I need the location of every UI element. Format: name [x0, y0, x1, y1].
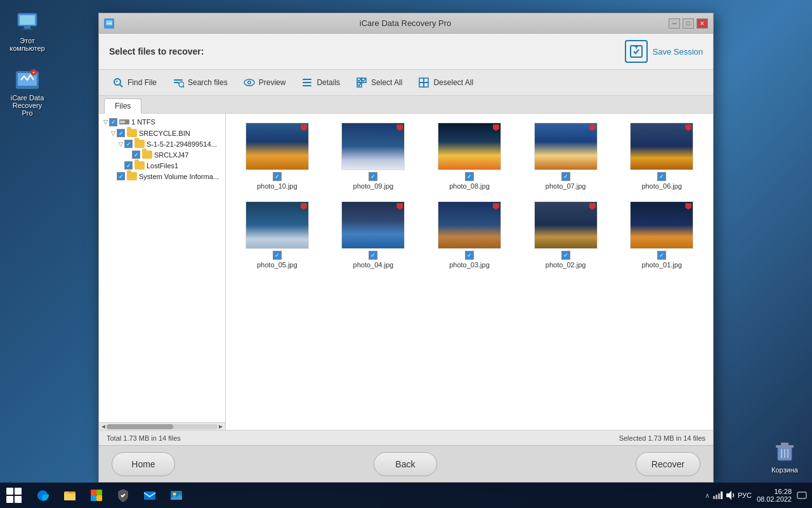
thumb-checkbox-photo09[interactable]: ✓	[369, 172, 377, 181]
thumb-checkbox-photo03[interactable]: ✓	[465, 251, 474, 260]
taskbar-edge-icon[interactable]	[30, 483, 56, 508]
svg-point-46	[173, 493, 176, 496]
tree-scroll-left[interactable]: ◄	[100, 423, 107, 430]
details-button[interactable]: Details	[294, 74, 346, 91]
tree-checkbox-lostfiles[interactable]: ✓	[124, 161, 133, 170]
taskbar-store-icon[interactable]	[84, 483, 109, 508]
thumb-photo08-img	[438, 123, 501, 170]
deselect-all-button[interactable]: Deselect All	[411, 74, 480, 91]
tree-toggle-srclxj47[interactable]	[124, 151, 132, 159]
thumb-label-photo07: photo_07.jpg	[546, 182, 586, 190]
svg-rect-10	[781, 443, 789, 445]
tree-scroll-right[interactable]: ►	[218, 423, 224, 430]
maximize-button[interactable]: □	[683, 18, 694, 29]
toolbar: Find File Search files	[99, 70, 713, 96]
tree-item-srclxj47[interactable]: ✓ SRCLXJ47	[102, 149, 223, 160]
tree-item-ntfs[interactable]: ▽ ✓ 1 NTFS	[102, 116, 223, 128]
recover-button[interactable]: Recover	[636, 452, 700, 476]
thumb-checkbox-photo10[interactable]: ✓	[273, 172, 282, 181]
svg-rect-39	[64, 493, 75, 500]
app-header: Select files to recover: Save Session	[99, 34, 713, 70]
thumb-item-photo02[interactable]: ✓ photo_02.jpg	[521, 199, 611, 271]
tree-checkbox-sysvolinfo[interactable]: ✓	[117, 172, 125, 180]
svg-rect-47	[713, 496, 715, 499]
start-button[interactable]	[0, 483, 28, 508]
svg-rect-50	[721, 491, 723, 499]
app-icon	[104, 18, 114, 29]
tray-notification-icon[interactable]	[797, 490, 807, 500]
tree-item-sysvolinfo[interactable]: ✓ System Volume Informa...	[102, 171, 223, 182]
tree-checkbox-srclxj47[interactable]: ✓	[132, 150, 140, 159]
save-session-button[interactable]: Save Session	[625, 40, 704, 63]
tree-checkbox-ntfs[interactable]: ✓	[109, 118, 117, 126]
find-file-button[interactable]: Find File	[105, 74, 163, 91]
svg-rect-42	[91, 495, 96, 501]
desktop-icon-computer[interactable]: Этот компьютер	[5, 6, 49, 55]
preview-button[interactable]: Preview	[237, 74, 292, 91]
thumb-img-photo01	[630, 201, 693, 249]
file-tree-inner[interactable]: ▽ ✓ 1 NTFS	[99, 114, 225, 422]
thumb-checkbox-photo01[interactable]: ✓	[657, 251, 666, 260]
thumb-item-photo05[interactable]: ✓ photo_05.jpg	[232, 199, 322, 271]
total-status: Total 1.73 MB in 14 files	[107, 434, 181, 442]
thumb-item-photo06[interactable]: ✓ photo_06.jpg	[617, 120, 707, 192]
desktop-icon-icare[interactable]: + iCare Data Recovery Pro	[5, 64, 49, 119]
tree-label-sysvolinfo: System Volume Informa...	[139, 173, 219, 180]
tree-toggle-sysvolinfo[interactable]	[109, 173, 117, 180]
thumb-img-photo04	[341, 201, 405, 249]
tree-item-s15[interactable]: ▽ ✓ S-1-5-21-294899514...	[102, 138, 223, 149]
minimize-button[interactable]: ─	[669, 18, 680, 29]
thumb-checkbox-photo06[interactable]: ✓	[657, 172, 666, 181]
thumb-item-photo04[interactable]: ✓ photo_04.jpg	[329, 199, 419, 271]
thumb-photo03-img	[438, 202, 501, 248]
title-bar: iCare Data Recovery Pro ─ □ ✕	[99, 13, 713, 34]
window-controls: ─ □ ✕	[669, 18, 708, 29]
thumb-checkbox-photo05[interactable]: ✓	[273, 251, 282, 260]
taskbar-photos-icon[interactable]	[164, 483, 189, 508]
tree-checkbox-recycle[interactable]: ✓	[117, 129, 125, 137]
thumb-item-photo07[interactable]: ✓ photo_07.jpg	[521, 120, 611, 192]
taskbar-right: ∧ РУС 16:28 08.02.2022	[705, 488, 812, 503]
back-button[interactable]: Back	[374, 452, 437, 476]
svg-rect-31	[419, 78, 424, 83]
tray-up-arrow[interactable]: ∧	[705, 491, 710, 500]
thumb-item-photo01[interactable]: ✓ photo_01.jpg	[617, 199, 707, 271]
file-tree: ▽ ✓ 1 NTFS	[99, 114, 226, 430]
tree-item-recycle[interactable]: ▽ ✓ SRECYCLE.BIN	[102, 128, 223, 138]
tree-toggle-s15[interactable]: ▽	[117, 140, 124, 148]
computer-icon	[15, 9, 40, 34]
bottom-bar: Home Back Recover	[99, 445, 713, 482]
tree-scrollbar[interactable]: ◄ ►	[99, 422, 225, 430]
thumb-item-photo09[interactable]: ✓ photo_09.jpg	[329, 120, 419, 192]
thumb-checkbox-photo08[interactable]: ✓	[465, 172, 474, 181]
svg-rect-32	[424, 78, 428, 83]
thumb-checkbox-photo04[interactable]: ✓	[369, 251, 377, 260]
tree-toggle-ntfs[interactable]: ▽	[102, 118, 109, 126]
thumbnail-grid[interactable]: ✓ photo_10.jpg ✓ photo_09.jpg	[226, 114, 713, 430]
tab-files[interactable]: Files	[104, 98, 141, 114]
tree-toggle-lostfiles[interactable]	[117, 162, 124, 170]
thumb-item-photo08[interactable]: ✓ photo_08.jpg	[424, 120, 514, 192]
thumb-item-photo03[interactable]: ✓ photo_03.jpg	[424, 199, 514, 271]
thumb-checkbox-photo02[interactable]: ✓	[561, 251, 570, 260]
tree-scroll-track[interactable]	[107, 424, 218, 429]
thumb-checkbox-photo07[interactable]: ✓	[561, 172, 570, 181]
tray-language[interactable]: РУС	[738, 491, 752, 499]
taskbar-clock[interactable]: 16:28 08.02.2022	[757, 488, 792, 503]
svg-rect-52	[797, 492, 806, 498]
taskbar-security-icon[interactable]	[110, 483, 136, 508]
select-files-label: Select files to recover:	[109, 46, 204, 57]
home-button[interactable]: Home	[112, 452, 175, 476]
tree-toggle-recycle[interactable]: ▽	[109, 130, 117, 137]
thumb-photo09-img	[342, 123, 404, 170]
taskbar-mail-icon[interactable]	[137, 483, 162, 508]
search-files-button[interactable]: Search files	[166, 74, 234, 91]
desktop-icon-recycle-bin[interactable]: Корзина	[763, 436, 807, 476]
tree-item-lostfiles[interactable]: ✓ LostFiles1	[102, 160, 223, 171]
thumb-item-photo10[interactable]: ✓ photo_10.jpg	[232, 120, 322, 192]
close-button[interactable]: ✕	[697, 18, 708, 29]
window-title: iCare Data Recovery Pro	[142, 18, 669, 28]
select-all-button[interactable]: Select All	[349, 74, 409, 91]
taskbar-explorer-icon[interactable]	[57, 483, 82, 508]
tree-checkbox-s15[interactable]: ✓	[124, 140, 133, 148]
